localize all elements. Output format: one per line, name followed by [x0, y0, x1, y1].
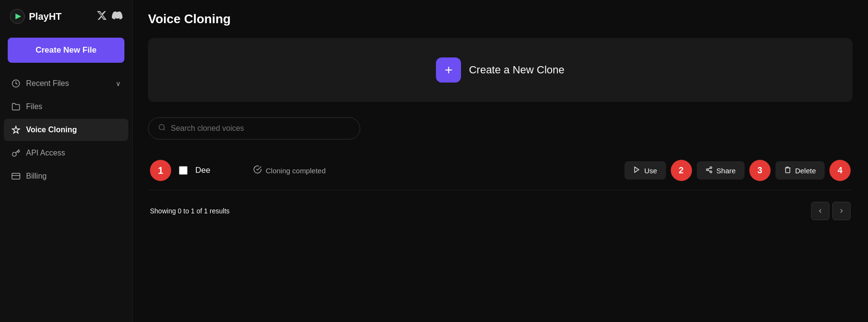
social-icons [96, 10, 122, 23]
share-button-label: Share [717, 167, 736, 175]
svg-point-10 [706, 169, 708, 171]
search-container [148, 117, 853, 140]
sidebar-item-recent-files-label: Recent Files [26, 79, 69, 88]
delete-button-label: Delete [795, 167, 816, 175]
search-icon [158, 124, 166, 133]
results-total: 1 [204, 207, 208, 215]
sidebar: PlayHT Create New File Recent Files ∨ Fi… [0, 0, 133, 322]
voice-list: 1 Dee Cloning completed Use [148, 151, 853, 190]
svg-point-11 [710, 171, 712, 173]
sidebar-item-voice-cloning-label: Voice Cloning [26, 126, 77, 134]
svg-point-9 [710, 167, 712, 168]
voice-name: Dee [195, 166, 234, 175]
svg-rect-3 [12, 173, 20, 179]
search-bar [148, 117, 360, 140]
showing-text: Showing [150, 207, 178, 215]
voice-status: Cloning completed [253, 165, 326, 176]
voice-select-checkbox[interactable] [179, 166, 188, 175]
voice-actions: Use 2 Share 3 Delete [624, 160, 851, 181]
svg-point-5 [159, 125, 164, 130]
sidebar-item-api-access-label: API Access [26, 149, 65, 157]
share-icon [705, 166, 713, 175]
sidebar-item-files[interactable]: Files [4, 96, 128, 118]
share-badge: 3 [749, 160, 771, 181]
sidebar-item-api-access[interactable]: API Access [4, 142, 128, 164]
status-label: Cloning completed [266, 167, 326, 175]
page-title: Voice Cloning [148, 12, 853, 27]
row-number-badge: 1 [150, 160, 171, 181]
main-content: Voice Cloning + Create a New Clone 1 Dee [133, 0, 868, 322]
svg-line-6 [163, 129, 165, 130]
results-text: Showing 0 to 1 of 1 results [150, 207, 230, 215]
chevron-down-icon: ∨ [116, 80, 121, 87]
recent-files-icon [12, 79, 20, 88]
delete-button[interactable]: Delete [775, 161, 825, 180]
sidebar-header: PlayHT [0, 0, 132, 33]
create-clone-plus-icon: + [436, 57, 461, 83]
svg-line-13 [708, 168, 710, 169]
use-button[interactable]: Use [624, 161, 666, 180]
api-access-icon [12, 149, 20, 157]
files-icon [12, 102, 20, 111]
pagination-area: Showing 0 to 1 of 1 results [148, 198, 853, 224]
create-clone-label: Create a New Clone [469, 64, 564, 76]
logo: PlayHT [10, 9, 62, 24]
logo-text: PlayHT [29, 11, 62, 22]
sidebar-item-billing-label: Billing [26, 172, 47, 181]
playht-logo-icon [10, 9, 25, 24]
table-row: 1 Dee Cloning completed Use [148, 151, 853, 190]
sidebar-nav: Recent Files ∨ Files Voice Cloning API A… [0, 72, 132, 187]
prev-page-button[interactable] [811, 202, 829, 220]
sidebar-item-voice-cloning[interactable]: Voice Cloning [4, 119, 128, 141]
billing-icon [12, 172, 20, 181]
sidebar-item-files-label: Files [26, 102, 42, 111]
sidebar-item-recent-files[interactable]: Recent Files ∨ [4, 72, 128, 95]
of-text: of [195, 207, 204, 215]
use-icon [633, 166, 640, 175]
discord-icon[interactable] [112, 10, 122, 23]
svg-point-8 [637, 169, 637, 170]
use-button-label: Use [644, 167, 657, 175]
delete-icon [784, 166, 791, 175]
next-page-button[interactable] [832, 202, 851, 220]
svg-line-12 [708, 170, 710, 171]
twitter-icon[interactable] [96, 10, 107, 23]
create-new-file-button[interactable]: Create New File [8, 38, 124, 63]
share-button[interactable]: Share [697, 161, 745, 180]
voice-cloning-icon [12, 126, 20, 134]
status-check-icon [253, 165, 262, 176]
pagination-buttons [811, 202, 851, 220]
sidebar-item-billing[interactable]: Billing [4, 165, 128, 187]
delete-badge: 4 [829, 160, 851, 181]
results-suffix: results [208, 207, 230, 215]
results-range: 0 to 1 [178, 207, 195, 215]
search-cloned-voices-input[interactable] [171, 124, 350, 133]
use-badge: 2 [671, 160, 692, 181]
create-new-clone-card[interactable]: + Create a New Clone [148, 38, 853, 102]
